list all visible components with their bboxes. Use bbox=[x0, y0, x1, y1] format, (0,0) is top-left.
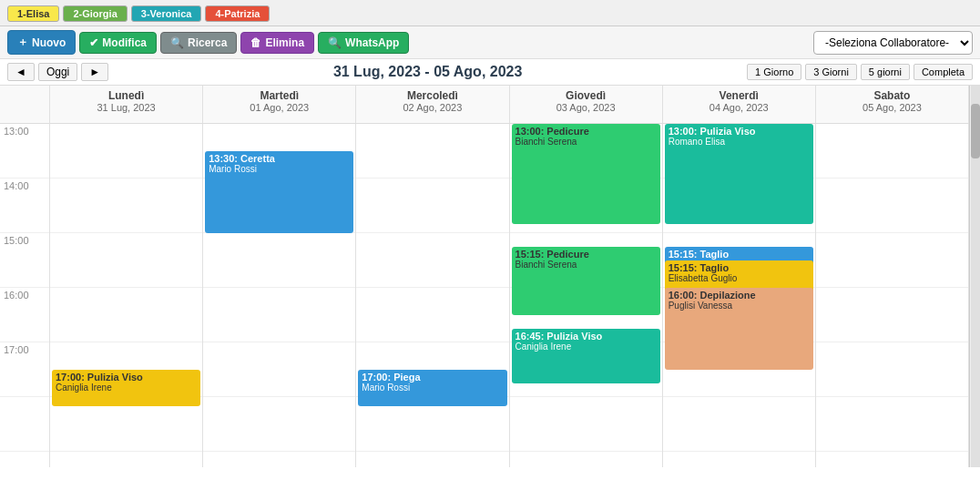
modifica-button[interactable]: ✔ Modifica bbox=[79, 32, 157, 54]
day-name-venerdi: Venerdì bbox=[667, 89, 812, 102]
day-header-venerdi: Venerdì 04 Ago, 2023 bbox=[663, 86, 816, 123]
days-header: Lunedì 31 Lug, 2023 Martedì 01 Ago, 2023… bbox=[50, 86, 969, 124]
time-slot-15: 15:00 bbox=[0, 233, 49, 288]
day-slot bbox=[816, 342, 968, 397]
day-date-martedi: 01 Ago, 2023 bbox=[207, 102, 352, 113]
day-slot bbox=[816, 179, 968, 233]
day-header-giovedi: Giovedì 03 Ago, 2023 bbox=[510, 86, 663, 123]
calendar-event[interactable]: 13:30: CerettaMario Rossi bbox=[205, 151, 353, 233]
day-slot bbox=[816, 124, 968, 179]
day-slot bbox=[50, 233, 202, 288]
scroll-thumb[interactable] bbox=[971, 104, 980, 158]
time-slot-17: 17:00 bbox=[0, 342, 49, 397]
ricerca-label: Ricerca bbox=[188, 36, 227, 49]
day-slot bbox=[50, 288, 202, 342]
nuovo-label: Nuovo bbox=[32, 36, 66, 49]
navigation-bar: ◄ Oggi ► 31 Lug, 2023 - 05 Ago, 2023 1 G… bbox=[0, 59, 980, 86]
calendar-event[interactable]: 17:00: PiegaMario Rossi bbox=[358, 370, 506, 406]
time-header bbox=[0, 86, 49, 124]
user-tab-veronica[interactable]: 3-Veronica bbox=[131, 5, 202, 22]
day-col-0: 17:00: Pulizia VisoCaniglia Irene bbox=[50, 124, 203, 467]
day-date-lunedi: 31 Lug, 2023 bbox=[54, 102, 199, 113]
day-col-3: 13:00: PedicureBianchi Serena15:15: Pedi… bbox=[510, 124, 663, 467]
time-slot-13: 13:00 bbox=[0, 124, 49, 179]
calendar-event[interactable]: 17:00: Pulizia VisoCaniglia Irene bbox=[52, 370, 200, 406]
modifica-label: Modifica bbox=[102, 36, 147, 49]
time-column: 13:00 14:00 15:00 16:00 17:00 bbox=[0, 86, 50, 467]
day-name-lunedi: Lunedì bbox=[54, 89, 199, 102]
day-slot bbox=[203, 342, 355, 397]
day-header-mercoledi: Mercoledì 02 Ago, 2023 bbox=[356, 86, 509, 123]
plus-icon: ＋ bbox=[17, 35, 28, 50]
day-header-sabato: Sabato 05 Ago, 2023 bbox=[816, 86, 969, 123]
view-5day-button[interactable]: 5 giorni bbox=[861, 64, 910, 80]
day-date-venerdi: 04 Ago, 2023 bbox=[667, 102, 812, 113]
day-slot bbox=[50, 124, 202, 179]
today-button[interactable]: Oggi bbox=[38, 63, 77, 81]
time-slot-16: 16:00 bbox=[0, 288, 49, 342]
date-range-title: 31 Lug, 2023 - 05 Ago, 2023 bbox=[108, 64, 747, 80]
calendar-event[interactable]: 13:00: Pulizia VisoRomano Elisa bbox=[665, 124, 813, 224]
calendar-event[interactable]: 13:00: PedicureBianchi Serena bbox=[512, 124, 660, 224]
days-area: Lunedì 31 Lug, 2023 Martedì 01 Ago, 2023… bbox=[50, 86, 969, 467]
user-tab-elisa[interactable]: 1-Elisa bbox=[7, 5, 59, 22]
whatsapp-button[interactable]: 🔍 WhatsApp bbox=[318, 32, 409, 54]
ricerca-button[interactable]: 🔍 Ricerca bbox=[160, 32, 237, 54]
nuovo-button[interactable]: ＋ Nuovo bbox=[7, 30, 76, 55]
day-slot bbox=[816, 233, 968, 288]
day-date-sabato: 05 Ago, 2023 bbox=[820, 102, 965, 113]
day-slot bbox=[816, 397, 968, 452]
next-button[interactable]: ► bbox=[81, 63, 108, 81]
scroll-track bbox=[971, 86, 980, 467]
day-header-lunedi: Lunedì 31 Lug, 2023 bbox=[50, 86, 203, 123]
calendar-event[interactable]: 15:15: PedicureBianchi Serena bbox=[512, 247, 660, 315]
day-col-4: 13:00: Pulizia VisoRomano Elisa15:15: Ta… bbox=[663, 124, 816, 467]
day-slot bbox=[356, 179, 508, 233]
user-tab-giorgia[interactable]: 2-Giorgia bbox=[63, 5, 127, 22]
day-name-mercoledi: Mercoledì bbox=[360, 89, 505, 102]
day-header-martedi: Martedì 01 Ago, 2023 bbox=[203, 86, 356, 123]
day-slot bbox=[203, 397, 355, 452]
day-col-2: 17:00: PiegaMario Rossi bbox=[356, 124, 509, 467]
search-icon: 🔍 bbox=[170, 36, 184, 49]
day-slot bbox=[356, 124, 508, 179]
calendar-event[interactable]: 16:00: DepilazionePuglisi Vanessa bbox=[665, 288, 813, 370]
trash-icon: 🗑 bbox=[250, 36, 261, 49]
time-slot-14: 14:00 bbox=[0, 179, 49, 233]
elimina-label: Elimina bbox=[265, 36, 304, 49]
day-name-sabato: Sabato bbox=[820, 89, 965, 102]
day-slot bbox=[203, 288, 355, 342]
day-name-martedi: Martedì bbox=[207, 89, 352, 102]
day-slot bbox=[510, 397, 662, 452]
day-slot bbox=[50, 179, 202, 233]
nav-right: 1 Giorno 3 Giorni 5 giorni Completa bbox=[747, 64, 973, 80]
day-slot bbox=[356, 288, 508, 342]
toolbar: ＋ Nuovo ✔ Modifica 🔍 Ricerca 🗑 Elimina 🔍… bbox=[0, 26, 980, 59]
calendar-wrapper: 13:00 14:00 15:00 16:00 17:00 Lunedì 31 … bbox=[0, 86, 980, 467]
whatsapp-label: WhatsApp bbox=[345, 36, 399, 49]
day-date-mercoledi: 02 Ago, 2023 bbox=[360, 102, 505, 113]
day-name-giovedi: Giovedì bbox=[514, 89, 658, 102]
elimina-button[interactable]: 🗑 Elimina bbox=[240, 32, 314, 54]
prev-button[interactable]: ◄ bbox=[7, 63, 35, 81]
calendar-event[interactable]: 16:45: Pulizia VisoCaniglia Irene bbox=[512, 329, 660, 383]
day-col-1: 13:30: CerettaMario Rossi bbox=[203, 124, 356, 467]
collaboratore-select[interactable]: -Seleziona Collaboratore- bbox=[813, 31, 973, 55]
day-slot bbox=[663, 397, 815, 452]
view-all-button[interactable]: Completa bbox=[914, 64, 973, 80]
day-date-giovedi: 03 Ago, 2023 bbox=[514, 102, 658, 113]
day-slot bbox=[816, 288, 968, 342]
nav-left: ◄ Oggi ► bbox=[7, 63, 108, 81]
day-slot bbox=[203, 233, 355, 288]
check-icon: ✔ bbox=[89, 36, 98, 49]
days-body: 17:00: Pulizia VisoCaniglia Irene13:30: … bbox=[50, 124, 969, 467]
view-1day-button[interactable]: 1 Giorno bbox=[747, 64, 801, 80]
view-3day-button[interactable]: 3 Giorni bbox=[805, 64, 857, 80]
user-tabs-bar: 1-Elisa 2-Giorgia 3-Veronica 4-Patrizia bbox=[0, 0, 980, 26]
time-slot-18 bbox=[0, 397, 49, 452]
whatsapp-icon: 🔍 bbox=[328, 36, 342, 49]
user-tab-patrizia[interactable]: 4-Patrizia bbox=[205, 5, 270, 22]
day-slot bbox=[356, 233, 508, 288]
scrollbar[interactable] bbox=[969, 86, 980, 467]
day-col-5 bbox=[816, 124, 969, 467]
